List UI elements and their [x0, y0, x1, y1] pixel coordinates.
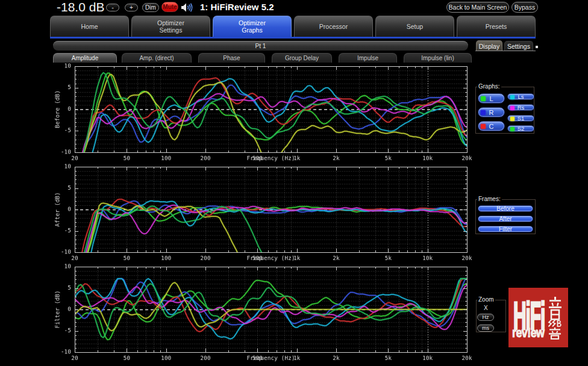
frames-group-label: Frames:	[477, 196, 502, 202]
graph-tab-phase[interactable]: Phase	[198, 53, 265, 63]
logo-chinese-yin-glyph	[548, 296, 562, 320]
zoom-group-label: Zoom	[477, 297, 495, 303]
master-volume-readout: -18.0 dB	[57, 0, 104, 14]
tab-optimizer-graphs[interactable]: Optimizer Graphs	[213, 16, 292, 37]
volume-down-button[interactable]: -	[106, 4, 119, 11]
zoom-axis-label: X	[483, 305, 489, 311]
dim-button[interactable]: Dim	[142, 3, 159, 12]
frame-button-before[interactable]: Before	[478, 205, 533, 212]
bypass-button[interactable]: Bypass	[511, 2, 538, 13]
graph-tab-impulse[interactable]: Impulse	[339, 53, 397, 63]
channel-color-dot-l	[481, 96, 486, 101]
channel-button-r[interactable]: R	[478, 107, 505, 117]
tab-optimizer-settings[interactable]: Optimizer Settings	[131, 16, 210, 37]
channel-button-label: S2	[518, 125, 525, 132]
tab-settings[interactable]: Settings	[504, 41, 533, 51]
app-title: 1: HiFiReview 5.2	[200, 2, 274, 12]
channel-button-label: L	[489, 95, 493, 102]
graph-tab-group-delay[interactable]: Group Delay	[272, 53, 332, 63]
channel-button-label: Rs	[518, 104, 525, 111]
hifi-review-logo: HiFi rev!ew	[508, 288, 568, 347]
channel-button-label: S1	[518, 115, 525, 122]
graph-tab-impulse-lin-[interactable]: Impulse (lin)	[404, 53, 472, 63]
channel-color-dot-c	[481, 124, 486, 129]
channel-color-dot-s1	[510, 117, 514, 121]
channel-color-dot-s2	[510, 127, 514, 131]
side-tab-underline	[475, 51, 536, 51]
speaker-icon	[181, 2, 194, 13]
zoom-ms-button[interactable]: ms	[477, 324, 494, 332]
frame-button-after[interactable]: After	[478, 216, 533, 222]
tab-display[interactable]: Display	[476, 40, 502, 51]
mute-button[interactable]: Mute	[161, 2, 178, 12]
active-tab-underline	[50, 37, 536, 39]
frame-button-filter[interactable]: Filter	[478, 226, 533, 232]
zoom-Hz-button[interactable]: Hz	[477, 314, 494, 321]
logo-review-text: rev!ew	[512, 325, 544, 341]
channel-button-label: R	[489, 109, 494, 116]
graphs-group-label: Graphs:	[477, 84, 501, 90]
channel-button-s1[interactable]: S1	[507, 115, 534, 122]
channel-color-dot-ls	[510, 95, 514, 99]
tab-presets[interactable]: Presets	[457, 16, 536, 37]
channel-color-dot-r	[481, 110, 486, 115]
main-tab-bar: HomeOptimizer SettingsOptimizer GraphsPr…	[50, 16, 536, 37]
tab-setup[interactable]: Setup	[375, 16, 454, 37]
graph-tab-amplitude[interactable]: Amplitude	[53, 53, 117, 63]
tab-processor[interactable]: Processor	[294, 16, 373, 37]
app-window: -18.0 dB - + Dim Mute 1: HiFiReview 5.2 …	[0, 0, 588, 366]
frequency-response-graphs[interactable]	[51, 63, 473, 366]
volume-up-button[interactable]: +	[125, 4, 138, 11]
channel-button-label: C	[489, 123, 494, 130]
channel-button-l[interactable]: L	[478, 93, 505, 104]
preset-bar[interactable]: Pt 1	[53, 41, 468, 51]
channel-button-s2[interactable]: S2	[507, 125, 534, 132]
channel-button-rs[interactable]: Rs	[507, 104, 534, 111]
resize-handle[interactable]	[536, 46, 538, 48]
logo-chinese-xiang-glyph	[548, 320, 562, 340]
channel-button-label: Ls	[518, 93, 524, 100]
channel-button-ls[interactable]: Ls	[507, 93, 534, 100]
tab-home[interactable]: Home	[50, 16, 129, 37]
back-to-main-screen-button[interactable]: Back to Main Screen	[446, 2, 509, 13]
channel-color-dot-rs	[510, 106, 514, 110]
channel-button-c[interactable]: C	[478, 121, 505, 131]
graph-tab-amp-direct-[interactable]: Amp. (direct)	[122, 53, 192, 63]
